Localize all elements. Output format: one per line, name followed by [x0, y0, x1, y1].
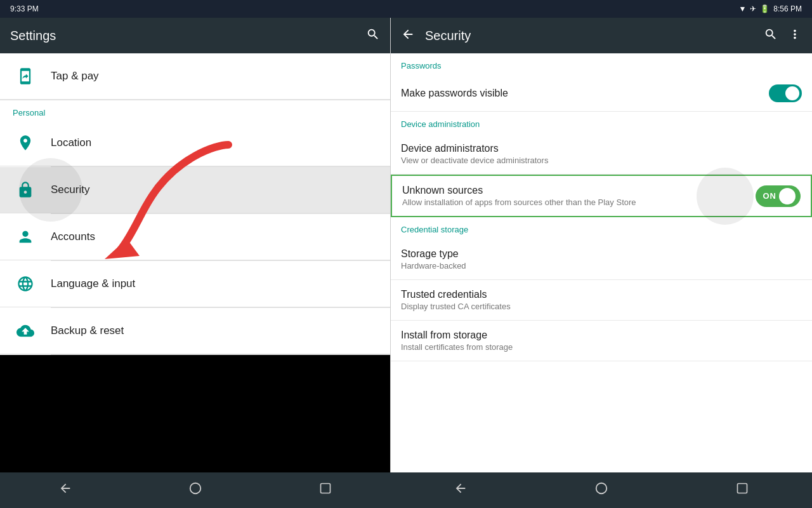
trusted-credentials-title: Trusted credentials — [401, 289, 802, 300]
status-bar-right: ▼ ✈ 🔋 8:56 PM — [390, 0, 812, 18]
svg-point-1 — [190, 483, 201, 494]
backup-icon — [13, 318, 38, 344]
recents-nav-button-right[interactable] — [723, 477, 761, 504]
device-administrators-item[interactable]: Device administrators View or deactivate… — [391, 134, 812, 175]
tap-pay-label: Tap & pay — [51, 70, 99, 83]
backup-item[interactable]: Backup & reset — [0, 308, 390, 354]
credential-storage-section-header: Credential storage — [391, 217, 812, 239]
trusted-credentials-subtitle: Display trusted CA certificates — [401, 302, 802, 311]
install-from-storage-subtitle: Install certificates from storage — [401, 342, 802, 352]
wifi-icon: ▼ — [738, 4, 746, 13]
trusted-credentials-item[interactable]: Trusted credentials Display trusted CA c… — [391, 280, 812, 321]
security-search-icon[interactable] — [764, 27, 778, 44]
time-right: 8:56 PM — [773, 4, 802, 13]
tap-pay-icon — [13, 64, 38, 89]
storage-type-title: Storage type — [401, 248, 802, 260]
search-icon[interactable] — [366, 27, 380, 44]
personal-section-label: Personal — [0, 100, 390, 120]
unknown-sources-title: Unknown sources — [402, 185, 756, 196]
make-passwords-visible-item[interactable]: Make passwords visible — [391, 76, 812, 112]
bottom-nav-left — [0, 472, 390, 508]
security-item[interactable]: Security — [0, 167, 390, 213]
security-panel-title: Security — [425, 29, 471, 43]
back-nav-button-right[interactable] — [441, 476, 480, 504]
accounts-label: Accounts — [51, 231, 95, 243]
storage-type-item[interactable]: Storage type Hardware-backed — [391, 239, 812, 280]
accounts-item[interactable]: Accounts — [0, 214, 390, 260]
recents-nav-button-left[interactable] — [306, 477, 344, 504]
svg-point-3 — [596, 483, 607, 494]
backup-label: Backup & reset — [51, 324, 124, 337]
device-admin-subtitle: View or deactivate device administrators — [401, 156, 802, 165]
settings-left-panel: Settings Tap & pay Personal — [0, 18, 390, 355]
unknown-sources-item[interactable]: Unknown sources Allow installation of ap… — [391, 175, 812, 217]
passwords-section-header: Passwords — [391, 53, 812, 76]
accounts-icon — [13, 224, 38, 250]
settings-title: Settings — [10, 29, 56, 43]
security-right-panel: Security Passwords Make passwords visibl… — [390, 18, 812, 472]
bottom-nav — [0, 472, 812, 508]
passwords-toggle[interactable] — [769, 84, 802, 102]
toggle-on-label: ON — [763, 191, 777, 201]
unknown-sources-subtitle: Allow installation of apps from sources … — [402, 197, 756, 207]
time-left: 9:33 PM — [10, 4, 39, 13]
storage-type-subtitle: Hardware-backed — [401, 261, 802, 271]
settings-header: Settings — [0, 18, 390, 53]
security-content: Passwords Make passwords visible Device … — [391, 53, 812, 472]
back-button[interactable] — [401, 27, 415, 44]
more-options-icon[interactable] — [788, 27, 802, 44]
home-nav-button-right[interactable] — [582, 476, 621, 504]
language-item[interactable]: Language & input — [0, 261, 390, 307]
language-icon — [13, 271, 38, 297]
battery-icon: 🔋 — [760, 4, 769, 13]
language-label: Language & input — [51, 277, 135, 290]
home-nav-button-left[interactable] — [176, 476, 215, 504]
svg-rect-4 — [737, 484, 747, 493]
tap-pay-item[interactable]: Tap & pay — [0, 53, 390, 100]
svg-rect-2 — [321, 484, 331, 493]
back-nav-button-left[interactable] — [46, 476, 85, 504]
unknown-sources-toggle[interactable]: ON — [756, 185, 801, 207]
location-label: Location — [51, 137, 91, 149]
device-admin-title: Device administrators — [401, 143, 802, 154]
toggle-circle — [779, 188, 796, 204]
install-from-storage-title: Install from storage — [401, 330, 802, 341]
settings-list: Tap & pay Personal Location — [0, 53, 390, 355]
security-header: Security — [391, 18, 812, 53]
airplane-icon: ✈ — [750, 4, 756, 13]
location-icon — [13, 130, 38, 156]
install-from-storage-item[interactable]: Install from storage Install certificate… — [391, 321, 812, 361]
status-bar-left: 9:33 PM — [0, 0, 390, 18]
device-admin-section-header: Device administration — [391, 112, 812, 134]
make-passwords-title: Make passwords visible — [401, 88, 769, 99]
bottom-nav-right — [390, 472, 812, 508]
